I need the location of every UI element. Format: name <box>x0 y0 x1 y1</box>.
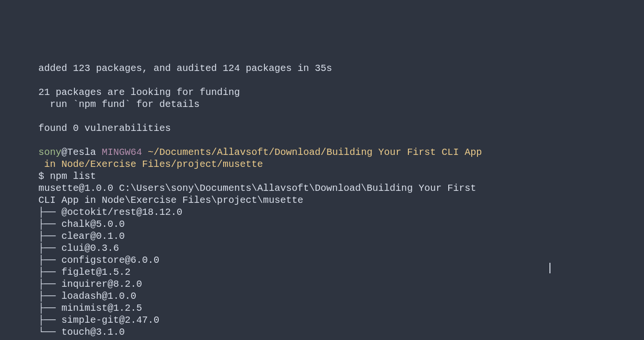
prompt-user: sony <box>38 147 61 158</box>
dep-line: ├── configstore@6.0.0 <box>38 255 159 266</box>
dep-line: ├── clear@0.1.0 <box>38 231 125 242</box>
dep-line: ├── clui@0.3.6 <box>38 243 119 254</box>
output-line: 21 packages are looking for funding <box>38 87 240 98</box>
dep-line: ├── simple-git@2.47.0 <box>38 315 159 326</box>
prompt-env: MINGW64 <box>96 147 142 158</box>
text-cursor-icon <box>549 263 550 273</box>
output-line: run `npm fund` for details <box>38 99 200 110</box>
prompt-char: $ <box>38 171 50 182</box>
prompt-host: Tesla <box>67 147 96 158</box>
dep-line: ├── @octokit/rest@18.12.0 <box>38 207 182 218</box>
dep-line: ├── inquirer@8.2.0 <box>38 279 142 290</box>
terminal-output[interactable]: added 123 packages, and audited 124 pack… <box>0 48 644 340</box>
prompt-path-cont: in Node/Exercise Files/project/musette <box>38 159 263 170</box>
prompt-path: ~/Documents/Allavsoft/Download/Building … <box>142 147 482 158</box>
output-line: added 123 packages, and audited 124 pack… <box>38 63 332 74</box>
output-line: found 0 vulnerabilities <box>38 123 171 134</box>
dep-line: ├── minimist@1.2.5 <box>38 303 142 314</box>
dep-line: ├── figlet@1.5.2 <box>38 267 131 278</box>
npm-header-cont: CLI App in Node\Exercise Files\project\m… <box>38 195 303 206</box>
command-text: npm list <box>50 171 96 182</box>
dep-line: ├── loadash@1.0.0 <box>38 291 136 302</box>
dep-line: └── touch@3.1.0 <box>38 327 125 338</box>
prompt-at: @ <box>61 147 67 158</box>
npm-header: musette@1.0.0 C:\Users\sony\Documents\Al… <box>38 183 482 194</box>
dep-line: ├── chalk@5.0.0 <box>38 219 125 230</box>
